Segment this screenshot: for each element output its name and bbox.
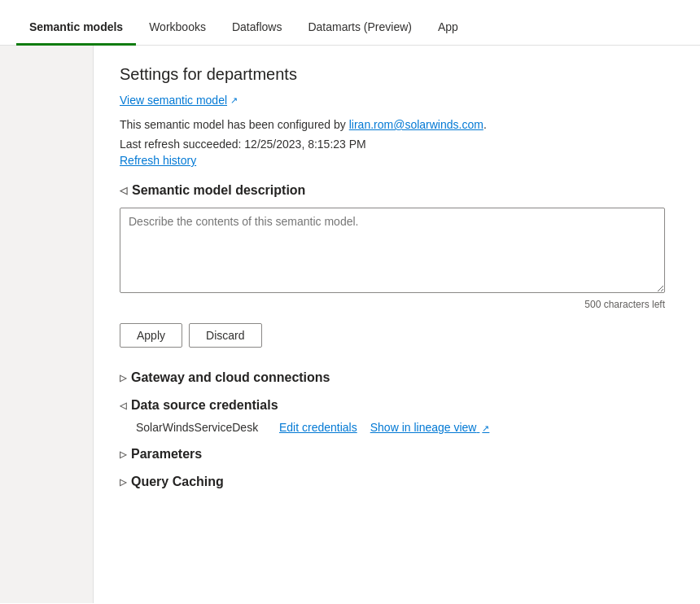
parameters-section-header[interactable]: ▷ Parameters: [120, 447, 674, 462]
description-section-header[interactable]: ◁ Semantic model description: [120, 183, 674, 198]
credentials-section-title: Data source credentials: [131, 398, 278, 413]
credentials-row: SolarWindsServiceDesk Edit credentials S…: [136, 421, 674, 434]
query-caching-section-header[interactable]: ▷ Query Caching: [120, 475, 674, 489]
gateway-section: ▷ Gateway and cloud connections: [120, 370, 674, 385]
credentials-section: ◁ Data source credentials SolarWindsServ…: [120, 398, 674, 434]
edit-credentials-link[interactable]: Edit credentials: [279, 421, 357, 434]
page-layout: Settings for departments View semantic m…: [0, 46, 700, 603]
view-semantic-model-container: View semantic model ↗: [120, 94, 238, 107]
credentials-section-header[interactable]: ◁ Data source credentials: [120, 398, 674, 413]
tab-app[interactable]: App: [425, 20, 471, 46]
configured-by-email[interactable]: liran.rom@solarwinds.com: [349, 118, 483, 131]
lineage-external-icon: ↗: [482, 423, 489, 433]
show-lineage-link[interactable]: Show in lineage view ↗: [370, 421, 490, 434]
description-section: ◁ Semantic model description 500 charact…: [120, 183, 674, 310]
description-section-title: Semantic model description: [132, 183, 305, 198]
configured-by-text: This semantic model has been configured …: [120, 118, 674, 131]
discard-button[interactable]: Discard: [189, 323, 261, 348]
description-collapse-icon: ◁: [120, 185, 127, 196]
char-count: 500 characters left: [120, 299, 665, 310]
tab-dataflows[interactable]: Dataflows: [219, 20, 295, 46]
gateway-section-header[interactable]: ▷ Gateway and cloud connections: [120, 370, 674, 385]
parameters-section: ▷ Parameters: [120, 447, 674, 462]
tab-semantic-models[interactable]: Semantic models: [16, 20, 136, 46]
tab-workbooks[interactable]: Workbooks: [136, 20, 219, 46]
configured-by-prefix: This semantic model has been configured …: [120, 118, 349, 131]
query-caching-section-title: Query Caching: [131, 475, 224, 489]
parameters-collapse-icon: ▷: [120, 449, 126, 460]
action-buttons: Apply Discard: [120, 323, 674, 348]
apply-button[interactable]: Apply: [120, 323, 182, 348]
tab-datamarts[interactable]: Datamarts (Preview): [295, 20, 425, 46]
parameters-section-title: Parameters: [131, 447, 202, 462]
sidebar: [0, 46, 94, 603]
credentials-source-name: SolarWindsServiceDesk: [136, 421, 266, 434]
main-content: Settings for departments View semantic m…: [94, 46, 700, 603]
gateway-collapse-icon: ▷: [120, 373, 126, 383]
last-refresh-status: Last refresh succeeded: 12/25/2023, 8:15…: [120, 138, 674, 151]
configured-by-suffix: .: [483, 118, 487, 131]
query-caching-collapse-icon: ▷: [120, 477, 126, 488]
gateway-section-title: Gateway and cloud connections: [131, 370, 330, 385]
credentials-collapse-icon: ◁: [120, 400, 126, 411]
query-caching-section: ▷ Query Caching: [120, 475, 674, 489]
description-textarea[interactable]: [120, 208, 665, 293]
top-navigation: Semantic models Workbooks Dataflows Data…: [0, 0, 700, 46]
refresh-history-link[interactable]: Refresh history: [120, 154, 674, 167]
external-link-icon: ↗: [230, 95, 238, 106]
page-title: Settings for departments: [120, 65, 674, 84]
view-semantic-model-link[interactable]: View semantic model: [120, 94, 227, 107]
lineage-link-text: Show in lineage view: [370, 421, 477, 434]
